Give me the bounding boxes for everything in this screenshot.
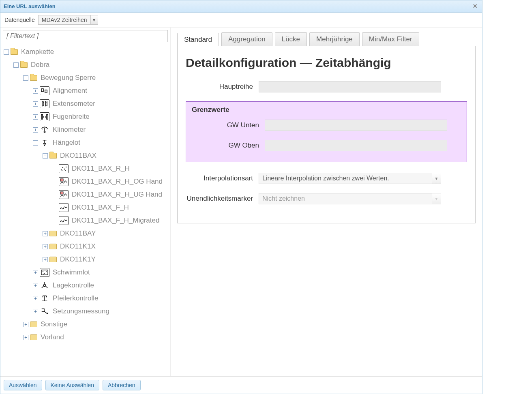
chevron-down-icon[interactable]: ▼: [432, 173, 441, 184]
select-button[interactable]: Auswählen: [4, 380, 42, 390]
tree-node-setzungsmessung[interactable]: + Setzungsmessung: [2, 305, 170, 318]
close-icon[interactable]: ×: [471, 2, 479, 11]
tree-node-pfeilerkontrolle[interactable]: + Pfeilerkontrolle: [2, 292, 170, 305]
tab-aggregation[interactable]: Aggregation: [221, 32, 272, 46]
folder-closed-icon: [49, 257, 57, 262]
tree-node-klinometer[interactable]: + Klinometer: [2, 123, 170, 136]
chevron-down-icon[interactable]: ▼: [90, 15, 98, 24]
expand-icon[interactable]: +: [33, 101, 38, 107]
svg-point-11: [66, 167, 66, 167]
timeseries-icon: [59, 164, 69, 173]
tree-node-bewegung[interactable]: − Bewegung Sperre: [2, 71, 170, 84]
select-none-button[interactable]: Keine Auswählen: [45, 380, 99, 390]
tree-node-dko11bax[interactable]: − DKO11BAX: [2, 149, 170, 162]
folder-closed-icon: [30, 321, 37, 327]
tab-luecke[interactable]: Lücke: [275, 32, 307, 46]
tree-node[interactable]: + DKO11BAY: [2, 227, 170, 240]
expand-icon[interactable]: +: [43, 257, 48, 262]
tree-node-haengelot[interactable]: − Hängelot: [2, 136, 170, 149]
datasource-value: MDAv2 Zeitreihen: [39, 17, 90, 23]
expand-icon[interactable]: +: [33, 127, 38, 133]
lagekontrolle-icon: [40, 281, 49, 290]
dialog-title-text: Eine URL auswählen: [4, 3, 56, 9]
grenzwerte-title: Grenzwerte: [192, 106, 461, 114]
collapse-icon[interactable]: −: [23, 75, 28, 81]
gwunten-input[interactable]: [265, 120, 447, 131]
tree-leaf[interactable]: DKO11_BAX_R_H_OG Hand: [2, 175, 170, 188]
timeseries-wave-icon: [59, 203, 69, 212]
dialog-titlebar[interactable]: Eine URL auswählen ×: [0, 0, 482, 13]
infmarker-value: Nicht zeichnen: [259, 195, 432, 202]
dialog-footer: Auswählen Keine Auswählen Abbrechen: [0, 376, 482, 394]
tree-node-fugenbreite[interactable]: + Fugenbreite: [2, 110, 170, 123]
tree-node-vorland[interactable]: + Vorland: [2, 331, 170, 344]
tree-node[interactable]: + DKO11K1Y: [2, 253, 170, 266]
expand-icon[interactable]: +: [43, 244, 48, 249]
svg-rect-3: [47, 114, 48, 119]
expand-icon[interactable]: +: [33, 296, 38, 301]
interpolation-select[interactable]: Lineare Interpolation zwischen zwei Wert…: [259, 173, 441, 184]
tree-node-kampkette[interactable]: − Kampkette: [2, 45, 170, 58]
schwimmlot-icon: [40, 268, 49, 277]
svg-point-5: [44, 131, 45, 133]
datasource-row: Datenquelle MDAv2 Zeitreihen ▼: [0, 13, 482, 28]
filter-input[interactable]: [3, 30, 168, 42]
fugenbreite-icon: [40, 112, 49, 121]
tree-node-schwimmlot[interactable]: + Schwimmlot: [2, 266, 170, 279]
gwoben-input[interactable]: [265, 140, 447, 151]
dialog: Eine URL auswählen × Datenquelle MDAv2 Z…: [0, 0, 482, 394]
tree-scroll[interactable]: − Kampkette − Dobra − Bewegung Sperre: [0, 44, 170, 376]
collapse-icon[interactable]: −: [13, 62, 19, 68]
expand-icon[interactable]: +: [33, 270, 38, 275]
svg-point-20: [43, 274, 44, 274]
interpolation-label: Interpolationsart: [186, 174, 259, 182]
tree-node-lagekontrolle[interactable]: + Lagekontrolle: [2, 279, 170, 292]
tree-leaf[interactable]: DKO11_BAX_F_H: [2, 201, 170, 214]
dialog-body: − Kampkette − Dobra − Bewegung Sperre: [0, 28, 482, 376]
expand-icon[interactable]: +: [33, 88, 38, 94]
collapse-icon[interactable]: −: [43, 153, 48, 159]
expand-icon[interactable]: +: [33, 114, 38, 120]
folder-open-icon: [11, 49, 18, 55]
infmarker-select[interactable]: Nicht zeichnen ▼: [259, 193, 441, 204]
grenzwerte-fieldset: Grenzwerte GW Unten GW Oben: [186, 101, 467, 162]
svg-point-12: [62, 170, 62, 171]
tab-mehrjaehrige[interactable]: Mehrjährige: [309, 32, 360, 46]
tree-node-alignement[interactable]: + Alignement: [2, 84, 170, 97]
tree-node[interactable]: + DKO11K1X: [2, 240, 170, 253]
tree-node-sonstige[interactable]: + Sonstige: [2, 318, 170, 331]
collapse-icon[interactable]: −: [4, 49, 9, 55]
tab-minmaxfilter[interactable]: Min/Max Filter: [362, 32, 419, 46]
svg-rect-14: [60, 179, 63, 181]
hauptreihe-input[interactable]: [259, 81, 441, 92]
right-panel: Standard Aggregation Lücke Mehrjährige M…: [171, 28, 482, 376]
expand-icon[interactable]: +: [23, 335, 28, 340]
timeseries-chart-icon: [59, 190, 69, 199]
gwoben-label: GW Oben: [192, 141, 265, 150]
svg-rect-15: [60, 192, 63, 194]
tree-leaf[interactable]: DKO11_BAX_R_H: [2, 162, 170, 175]
expand-icon[interactable]: +: [33, 283, 38, 288]
tree-leaf[interactable]: DKO11_BAX_F_H_Migrated: [2, 214, 170, 227]
infmarker-label: Unendlichkeitsmarker: [186, 195, 259, 203]
svg-line-24: [45, 286, 47, 288]
svg-rect-0: [41, 89, 43, 92]
chevron-down-icon[interactable]: ▼: [432, 193, 441, 204]
tree-node-dobra[interactable]: − Dobra: [2, 58, 170, 71]
tab-standard[interactable]: Standard: [177, 33, 219, 46]
collapse-icon[interactable]: −: [33, 140, 38, 146]
infmarker-row: Unendlichkeitsmarker Nicht zeichnen ▼: [186, 193, 467, 204]
tree-leaf[interactable]: DKO11_BAX_R_H_UG Hand: [2, 188, 170, 201]
timeseries-wave-icon: [59, 216, 69, 225]
svg-line-23: [42, 286, 44, 288]
cancel-button[interactable]: Abbrechen: [103, 380, 141, 390]
expand-icon[interactable]: +: [33, 309, 38, 314]
svg-rect-2: [41, 114, 43, 119]
folder-closed-icon: [49, 244, 57, 249]
datasource-select[interactable]: MDAv2 Zeitreihen ▼: [38, 15, 98, 25]
expand-icon[interactable]: +: [43, 231, 48, 236]
expand-icon[interactable]: +: [23, 322, 28, 327]
folder-open-icon: [49, 153, 57, 159]
timeseries-chart-icon: [59, 177, 69, 186]
tree-node-extensometer[interactable]: + Extensometer: [2, 97, 170, 110]
